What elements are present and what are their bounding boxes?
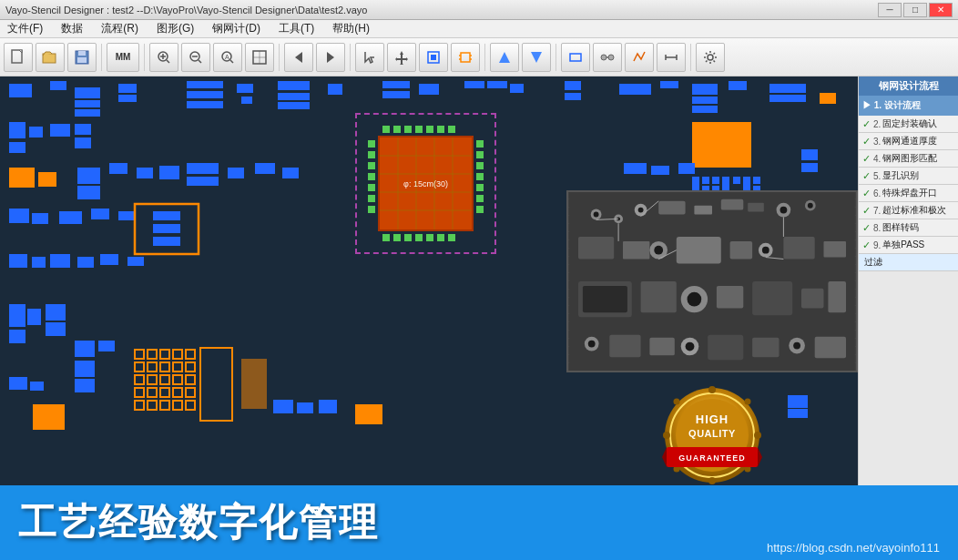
rp-item-6[interactable]: ✓ 6. 特殊焊盘开口 <box>859 185 958 202</box>
tb-measure[interactable] <box>657 43 686 72</box>
tb-connect[interactable] <box>593 43 622 72</box>
tb-arrow-up[interactable] <box>490 43 519 72</box>
svg-rect-204 <box>658 200 685 214</box>
svg-rect-104 <box>702 177 709 184</box>
svg-rect-228 <box>752 281 792 315</box>
menu-graphics[interactable]: 图形(G) <box>153 21 198 36</box>
svg-rect-78 <box>75 137 91 148</box>
window-controls: ─ □ ✕ <box>878 3 953 17</box>
svg-rect-126 <box>46 322 66 336</box>
pad <box>404 126 412 133</box>
svg-rect-97 <box>153 211 180 220</box>
rp-item-2[interactable]: ✓ 2. 固定封装确认 <box>859 116 958 133</box>
svg-line-6 <box>167 60 169 63</box>
svg-rect-44 <box>118 84 137 93</box>
svg-rect-23 <box>461 53 470 62</box>
tb-zoom-window[interactable] <box>245 43 274 72</box>
bottom-url[interactable]: https://blog.csdn.net/vayoinfo111 <box>767 541 940 560</box>
svg-point-252 <box>663 432 670 439</box>
tb-select[interactable] <box>355 43 384 72</box>
chip-body: φ: 15cm(30) <box>378 136 474 231</box>
menu-stencil[interactable]: 钢网计(D) <box>209 21 264 36</box>
svg-rect-234 <box>649 337 674 355</box>
tb-wire[interactable] <box>625 43 654 72</box>
svg-rect-187 <box>788 395 808 408</box>
svg-rect-48 <box>187 101 223 108</box>
rp-item-filter[interactable]: 过滤 <box>859 254 958 271</box>
menu-tools[interactable]: 工具(T) <box>275 21 318 36</box>
svg-rect-65 <box>692 84 718 95</box>
svg-rect-212 <box>578 237 614 260</box>
tb-zoom-in[interactable] <box>149 43 178 72</box>
close-button[interactable]: ✕ <box>929 3 953 17</box>
svg-rect-67 <box>692 106 718 113</box>
svg-rect-220 <box>783 237 814 260</box>
tb-prev[interactable] <box>284 43 313 72</box>
rp-item-3[interactable]: ✓ 3. 钢网通道厚度 <box>859 133 958 150</box>
rp-item-9[interactable]: ✓ 9. 单独PASS <box>859 237 958 254</box>
svg-rect-76 <box>50 124 70 137</box>
svg-rect-227 <box>717 285 743 308</box>
tb-zoom-fit[interactable]: A <box>213 43 242 72</box>
sep6 <box>555 44 556 71</box>
tb-next[interactable] <box>316 43 345 72</box>
hq-badge: HIGH QUALITY GUARANTEED <box>662 385 753 476</box>
minimize-button[interactable]: ─ <box>878 3 902 17</box>
svg-rect-237 <box>708 334 743 359</box>
svg-rect-229 <box>801 288 824 308</box>
svg-rect-73 <box>9 122 25 138</box>
pad <box>476 162 484 169</box>
pad <box>476 140 484 148</box>
svg-rect-98 <box>153 224 180 233</box>
tb-place[interactable] <box>419 43 448 72</box>
svg-rect-155 <box>98 341 115 351</box>
svg-rect-116 <box>9 254 27 268</box>
svg-rect-223 <box>583 285 627 311</box>
tb-zoom-out[interactable] <box>181 43 210 72</box>
svg-point-226 <box>688 291 702 306</box>
svg-rect-64 <box>660 81 678 88</box>
svg-point-255 <box>674 399 680 405</box>
menu-file[interactable]: 文件(F) <box>4 21 46 36</box>
svg-rect-83 <box>109 163 127 174</box>
svg-rect-3 <box>78 51 86 56</box>
rp-item-8[interactable]: ✓ 8. 图样转码 <box>859 219 958 237</box>
canvas-area[interactable]: φ: 15cm(30) <box>0 76 858 485</box>
tb-settings[interactable] <box>696 43 725 72</box>
tb-arrow-down[interactable] <box>522 43 551 72</box>
svg-rect-179 <box>30 382 44 391</box>
pad <box>415 126 423 133</box>
tb-open[interactable] <box>36 43 65 72</box>
svg-rect-119 <box>77 257 94 268</box>
tb-rect[interactable] <box>561 43 590 72</box>
rp-item-4[interactable]: ✓ 4. 钢网图形匹配 <box>859 150 958 168</box>
svg-rect-70 <box>769 95 806 102</box>
tb-save[interactable] <box>67 43 97 72</box>
svg-rect-47 <box>187 91 223 98</box>
svg-rect-69 <box>769 84 806 93</box>
tb-new[interactable] <box>4 43 33 72</box>
menu-help[interactable]: 帮助(H) <box>329 21 373 36</box>
tb-move[interactable] <box>387 43 416 72</box>
svg-point-256 <box>745 399 751 405</box>
svg-rect-52 <box>278 93 310 100</box>
menu-workflow[interactable]: 流程(R) <box>97 21 142 36</box>
svg-rect-88 <box>228 168 244 178</box>
rp-item-5[interactable]: ✓ 5. 显孔识别 <box>859 168 958 185</box>
rp-item-7[interactable]: ✓ 7. 超过标准和极次 <box>859 202 958 219</box>
tb-component[interactable] <box>451 43 480 72</box>
svg-point-31 <box>601 55 606 60</box>
svg-rect-0 <box>12 50 22 63</box>
svg-rect-216 <box>677 237 721 263</box>
svg-rect-182 <box>319 400 337 413</box>
svg-rect-224 <box>641 281 677 312</box>
svg-point-215 <box>654 245 663 254</box>
svg-rect-94 <box>91 209 109 219</box>
maximize-button[interactable]: □ <box>903 3 927 17</box>
svg-rect-80 <box>38 172 56 187</box>
svg-rect-40 <box>50 81 66 90</box>
bottom-bar: 工艺经验数字化管理 https://blog.csdn.net/vayoinfo… <box>0 485 958 560</box>
tb-mm[interactable]: MM <box>107 43 139 72</box>
menu-data[interactable]: 数据 <box>57 21 87 36</box>
svg-rect-100 <box>624 163 647 174</box>
